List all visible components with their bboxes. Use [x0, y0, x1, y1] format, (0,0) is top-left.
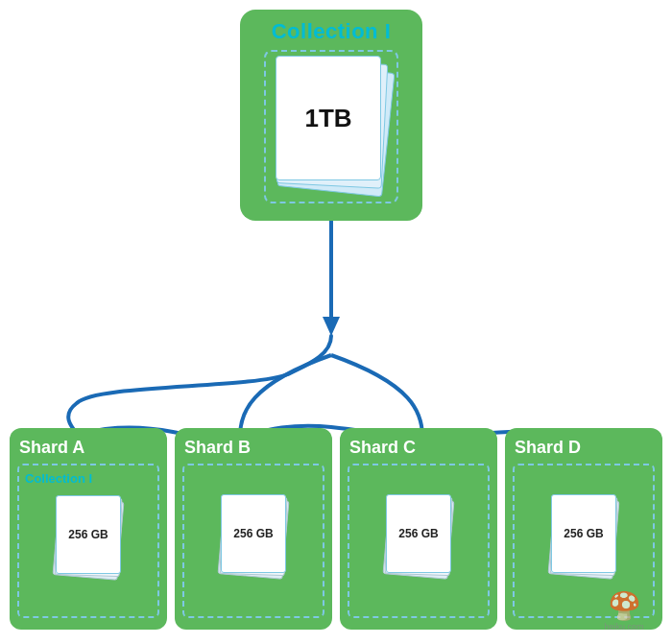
- shard-a-doc-front: 256 GB: [56, 495, 121, 574]
- shard-d-docs: 256 GB: [518, 489, 649, 594]
- shard-d-doc-front: 256 GB: [551, 494, 616, 573]
- shard-b-box: Shard B 256 GB: [175, 428, 332, 630]
- shard-c-title: Shard C: [348, 438, 416, 458]
- doc-page-front: 1TB: [276, 56, 381, 180]
- top-collection-box: Collection I 1TB: [240, 10, 422, 221]
- shard-a-collection-label: Collection I: [23, 471, 92, 486]
- shard-c-doc-front: 256 GB: [386, 494, 451, 573]
- shard-b-title: Shard B: [182, 438, 251, 458]
- docs-stack: 1TB: [264, 50, 398, 203]
- shard-d-title: Shard D: [513, 438, 581, 458]
- shard-a-inner: Collection I 256 GB: [17, 464, 159, 618]
- shard-a-docs: 256 GB: [23, 489, 154, 595]
- shard-c-size: 256 GB: [398, 527, 438, 540]
- shard-a-size: 256 GB: [68, 528, 108, 541]
- shard-b-size: 256 GB: [233, 527, 273, 540]
- watermark: 🍄 heiku.com: [586, 586, 662, 634]
- top-collection-title: Collection I: [272, 19, 392, 44]
- top-collection-size: 1TB: [304, 104, 351, 133]
- shard-d-size: 256 GB: [564, 527, 603, 540]
- shard-c-inner: 256 GB: [348, 464, 490, 618]
- shard-a-box: Shard A Collection I 256 GB: [10, 428, 167, 630]
- svg-marker-1: [323, 317, 340, 336]
- shard-b-inner: 256 GB: [182, 464, 324, 618]
- shard-c-box: Shard C 256 GB: [340, 428, 497, 630]
- watermark-icon: 🍄: [608, 590, 641, 622]
- shard-c-docs: 256 GB: [353, 489, 484, 594]
- diagram-container: Collection I 1TB Shar: [0, 0, 672, 644]
- shards-row: Shard A Collection I 256 GB Shard B: [10, 428, 662, 630]
- shard-b-doc-front: 256 GB: [221, 494, 286, 573]
- shard-b-docs: 256 GB: [188, 489, 319, 594]
- watermark-site: heiku.com: [604, 622, 643, 632]
- shard-a-title: Shard A: [17, 438, 84, 458]
